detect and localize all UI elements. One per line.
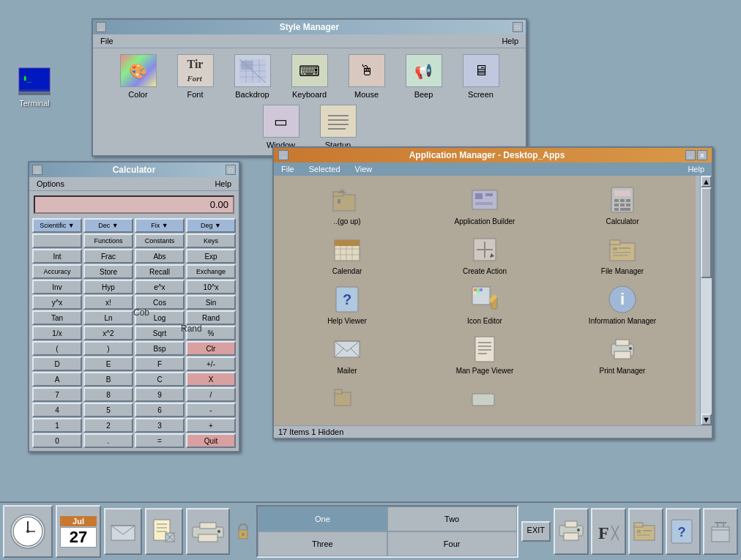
yax-btn[interactable]: y^x — [32, 295, 82, 310]
file-manager-icon[interactable]: File Manager — [555, 231, 690, 278]
go-up-icon[interactable]: ..(go up) — [280, 182, 414, 228]
app-more2-icon[interactable] — [417, 381, 552, 419]
font-icon-btn[interactable]: TirFort Font — [170, 54, 221, 99]
five-btn[interactable]: 5 — [83, 403, 133, 417]
workspace-two-btn[interactable]: Two — [387, 507, 517, 531]
font-right-icon[interactable]: F — [591, 508, 626, 555]
scroll-up-btn[interactable]: ▲ — [701, 176, 712, 187]
functions-btn[interactable] — [32, 234, 82, 248]
beep-icon-btn[interactable]: 📢 Beep — [398, 54, 450, 99]
app-builder-icon[interactable]: Application Builder — [417, 182, 552, 228]
calc-options-menu[interactable]: Options — [34, 179, 67, 189]
man-page-icon[interactable]: Man Page Viewer — [417, 331, 552, 378]
six-btn[interactable]: 6 — [135, 403, 185, 417]
workspace-four-btn[interactable]: Four — [387, 531, 517, 556]
help-menu[interactable]: Help — [499, 36, 521, 46]
nine-btn[interactable]: 9 — [135, 387, 185, 402]
app-mgr-close-btn[interactable]: X — [697, 150, 707, 160]
print-right-icon[interactable] — [554, 508, 589, 555]
plus-btn[interactable]: + — [186, 418, 236, 433]
sq-btn[interactable]: x^2 — [83, 326, 133, 340]
terminal-desktop-icon[interactable]: ▮_ Terminal — [9, 66, 60, 108]
print-manager-icon[interactable]: Print Manager — [555, 331, 690, 378]
app-file-menu[interactable]: File — [278, 164, 297, 174]
rand-btn[interactable]: Rand — [186, 310, 236, 325]
int-btn[interactable]: Int — [32, 249, 82, 264]
scroll-down-btn[interactable]: ▼ — [701, 414, 712, 425]
app-mgr-minimize-btn[interactable]: _ — [278, 150, 288, 160]
help-right-icon[interactable]: ? — [666, 508, 701, 555]
app-more1-icon[interactable] — [280, 381, 414, 419]
zero-btn[interactable]: 0 — [32, 433, 82, 448]
xfact-btn[interactable]: x! — [83, 295, 133, 310]
dec-btn[interactable]: Dec ▼ — [83, 218, 133, 233]
frac-btn[interactable]: Frac — [83, 249, 133, 264]
create-action-icon[interactable]: Create Action — [417, 231, 552, 278]
eax-btn[interactable]: e^x — [135, 280, 185, 294]
app-help-menu[interactable]: Help — [685, 164, 707, 174]
help-viewer-icon[interactable]: ? Help Viewer — [280, 281, 414, 328]
calc-maximize-btn[interactable]: □ — [226, 165, 236, 175]
hyp-btn[interactable]: Hyp — [83, 280, 133, 294]
maximize-button[interactable]: □ — [513, 22, 523, 32]
x-btn[interactable]: X — [186, 372, 236, 387]
mouse-icon-btn[interactable]: 🖱 Mouse — [341, 54, 392, 99]
keys-btn[interactable]: Keys — [186, 234, 236, 248]
recall-btn[interactable]: Recall — [135, 264, 185, 279]
file-menu[interactable]: File — [97, 36, 116, 46]
calendar-icon[interactable]: Calendar — [280, 231, 414, 278]
mailer-icon[interactable]: Mailer — [280, 331, 414, 378]
icon-editor-icon[interactable]: Icon Editor — [417, 281, 552, 328]
clr-btn[interactable]: Clr — [186, 341, 236, 356]
trash-right-icon[interactable] — [703, 508, 738, 555]
sqrt-btn[interactable]: Sqrt — [135, 326, 185, 340]
deg-btn[interactable]: Deg ▼ — [186, 218, 236, 233]
info-manager-icon[interactable]: i Information Manager — [555, 281, 690, 328]
a-btn[interactable]: A — [32, 372, 82, 387]
sin-btn[interactable]: Sin — [186, 295, 236, 310]
lparen-btn[interactable]: ( — [32, 341, 82, 356]
files-right-icon[interactable] — [628, 508, 663, 555]
app-mgr-minimize-btn2[interactable]: _ — [685, 150, 696, 160]
backdrop-icon-btn[interactable]: Backdrop — [227, 54, 278, 99]
store-btn[interactable]: Store — [83, 264, 133, 279]
workspace-three-btn[interactable]: Three — [258, 531, 387, 556]
notes-taskbar-btn[interactable] — [145, 508, 183, 555]
b-btn[interactable]: B — [83, 372, 133, 387]
calculator-app-icon[interactable]: Calculator — [555, 182, 690, 228]
inv-btn[interactable]: Inv — [32, 280, 82, 294]
accuracy-btn[interactable]: Accuracy — [32, 264, 82, 279]
one-btn[interactable]: 1 — [32, 418, 82, 433]
div-btn[interactable]: / — [186, 387, 236, 402]
window-icon-btn[interactable]: ▭ Window — [256, 105, 307, 149]
minimize-button[interactable]: _ — [96, 22, 106, 32]
exp-btn[interactable]: Exp — [186, 249, 236, 264]
screen-icon-btn[interactable]: 🖥 Screen — [455, 54, 507, 99]
functions-label-btn[interactable]: Functions — [83, 234, 133, 248]
e-btn[interactable]: E — [83, 356, 133, 371]
four-btn[interactable]: 4 — [32, 403, 82, 417]
fix-btn[interactable]: Fix ▼ — [135, 218, 185, 233]
two-btn[interactable]: 2 — [83, 418, 133, 433]
inbox-taskbar-btn[interactable] — [104, 508, 142, 555]
calc-minimize-btn[interactable]: _ — [32, 165, 42, 175]
tan-btn[interactable]: Tan — [32, 310, 82, 325]
minus-btn[interactable]: - — [186, 403, 236, 417]
color-icon-btn[interactable]: 🎨 Color — [113, 54, 164, 99]
startup-icon-btn[interactable]: Startup — [313, 105, 364, 149]
constants-btn[interactable]: Constants — [135, 234, 185, 248]
c-btn[interactable]: C — [135, 372, 185, 387]
rparen-btn[interactable]: ) — [83, 341, 133, 356]
exchange-btn[interactable]: Exchange — [186, 264, 236, 279]
calc-help-menu[interactable]: Help — [212, 179, 234, 189]
workspace-one-btn[interactable]: One — [258, 507, 387, 531]
f-btn[interactable]: F — [135, 356, 185, 371]
recip-btn[interactable]: 1/x — [32, 326, 82, 340]
abs-btn[interactable]: Abs — [135, 249, 185, 264]
seven-btn[interactable]: 7 — [32, 387, 82, 402]
quit-btn[interactable]: Quit — [186, 433, 236, 448]
plusminus-btn[interactable]: +/- — [186, 356, 236, 371]
eight-btn[interactable]: 8 — [83, 387, 133, 402]
bsp-btn[interactable]: Bsp — [135, 341, 185, 356]
d-btn[interactable]: D — [32, 356, 82, 371]
